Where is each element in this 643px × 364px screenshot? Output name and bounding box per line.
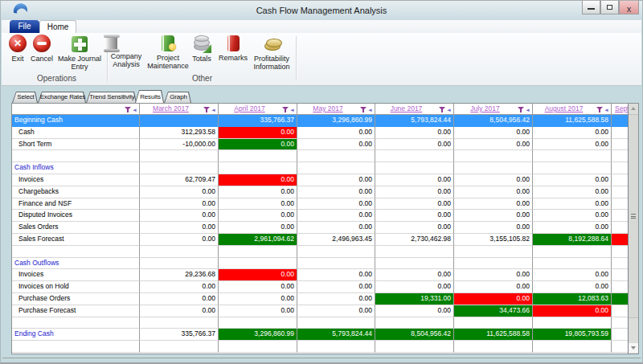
row-label-cash-inflows[interactable]: Cash Inflows xyxy=(12,162,140,174)
filter-icon[interactable] xyxy=(125,106,132,113)
cell-purchase-orders-april-2017[interactable]: 0.00 xyxy=(219,293,297,305)
cell-blank-4-september-2017[interactable] xyxy=(612,341,629,353)
row-label-short-term[interactable]: Short Term xyxy=(12,139,140,151)
column-header-link[interactable]: July 2017 xyxy=(456,104,514,112)
filter-arrow-icon[interactable]: ◄ xyxy=(604,107,609,113)
cell-disputed-invoices-may-2017[interactable]: 0.00 xyxy=(297,210,375,222)
cell-blank-4-april-2017[interactable] xyxy=(219,341,297,353)
cell-blank-2-july-2017[interactable] xyxy=(454,246,533,258)
filter-icon[interactable] xyxy=(518,106,525,113)
cell-invoices-on-hold-september-2017[interactable] xyxy=(612,281,629,293)
column-header-link[interactable]: March 2017 xyxy=(141,104,200,112)
cell-sales-orders-march-2017[interactable]: 0.00 xyxy=(140,222,219,234)
cell-outflow-invoices-march-2017[interactable]: 29,236.68 xyxy=(140,269,219,281)
column-header-september-2017[interactable]: September 2017◄ xyxy=(612,104,629,115)
cell-purchase-orders-august-2017[interactable]: 12,083.63 xyxy=(533,293,612,305)
cell-outflow-invoices-august-2017[interactable]: 0.00 xyxy=(533,269,612,281)
column-header-march-2017[interactable]: March 2017◄ xyxy=(140,104,219,115)
cell-beginning-cash-march-2017[interactable] xyxy=(140,115,219,127)
cell-blank-3-september-2017[interactable] xyxy=(612,317,629,329)
cell-sales-forecast-may-2017[interactable]: 2,496,963.45 xyxy=(297,234,375,246)
cell-cash-march-2017[interactable]: 312,293.58 xyxy=(140,127,219,139)
cell-sales-orders-april-2017[interactable]: 0.00 xyxy=(219,222,297,234)
column-header-link[interactable]: June 2017 xyxy=(377,104,436,112)
minimize-button[interactable] xyxy=(582,1,600,14)
filter-icon[interactable] xyxy=(596,106,604,113)
cell-sales-forecast-march-2017[interactable]: 0.00 xyxy=(140,234,219,246)
tab-trend-sensitivity[interactable]: Trend Sensitivity xyxy=(86,92,137,103)
cell-cash-inflows-august-2017[interactable] xyxy=(533,162,612,174)
cell-outflow-invoices-september-2017[interactable] xyxy=(612,269,629,281)
filter-arrow-icon[interactable]: ◄ xyxy=(525,107,530,113)
cell-short-term-may-2017[interactable]: 0.00 xyxy=(297,139,375,151)
column-header-june-2017[interactable]: June 2017◄ xyxy=(375,104,454,115)
cell-ending-cash-june-2017[interactable]: 8,504,956.42 xyxy=(375,329,454,341)
cell-disputed-invoices-march-2017[interactable]: 0.00 xyxy=(140,210,219,222)
cell-disputed-invoices-august-2017[interactable]: 0.00 xyxy=(533,210,612,222)
cell-blank-1-june-2017[interactable] xyxy=(375,150,454,162)
tab-graph[interactable]: Graph xyxy=(164,92,191,103)
column-header-link[interactable]: August 2017 xyxy=(534,104,593,112)
cell-inflow-invoices-may-2017[interactable]: 0.00 xyxy=(297,174,375,186)
row-label-beginning-cash[interactable]: Beginning Cash xyxy=(12,115,140,127)
cell-purchase-forecast-may-2017[interactable]: 0.00 xyxy=(297,305,375,317)
cell-cash-inflows-july-2017[interactable] xyxy=(454,162,533,174)
ribbon-tab-file[interactable]: File xyxy=(10,20,39,33)
cell-inflow-invoices-april-2017[interactable]: 0.00 xyxy=(219,174,297,186)
cell-beginning-cash-july-2017[interactable]: 8,504,956.42 xyxy=(454,115,533,127)
cell-cash-outflows-april-2017[interactable] xyxy=(219,258,297,270)
cell-cash-may-2017[interactable]: 0.00 xyxy=(297,127,375,139)
cell-ending-cash-august-2017[interactable]: 19,805,793.59 xyxy=(533,329,612,341)
cell-outflow-invoices-july-2017[interactable]: 0.00 xyxy=(454,269,533,281)
filter-icon[interactable] xyxy=(282,106,289,113)
cell-blank-4-july-2017[interactable] xyxy=(454,341,533,353)
cell-purchase-forecast-august-2017[interactable]: 0.00 xyxy=(533,305,612,317)
cell-blank-1-may-2017[interactable] xyxy=(297,150,375,162)
filter-arrow-icon[interactable]: ◄ xyxy=(132,107,137,113)
cell-blank-3-august-2017[interactable] xyxy=(533,317,612,329)
cell-outflow-invoices-june-2017[interactable]: 0.00 xyxy=(375,269,454,281)
cell-cash-august-2017[interactable]: 0.00 xyxy=(533,127,612,139)
cell-ending-cash-april-2017[interactable]: 3,296,860.99 xyxy=(219,329,297,341)
cell-invoices-on-hold-may-2017[interactable]: 0.00 xyxy=(297,281,375,293)
cell-invoices-on-hold-june-2017[interactable]: 0.00 xyxy=(375,281,454,293)
cell-finance-and-nsf-july-2017[interactable]: 0.00 xyxy=(454,198,533,211)
cell-inflow-invoices-august-2017[interactable]: 0.00 xyxy=(533,174,612,186)
cell-blank-3-april-2017[interactable] xyxy=(219,317,297,329)
company-analysis-button[interactable]: CompanyAnalysis xyxy=(103,35,149,83)
cell-inflow-invoices-july-2017[interactable]: 0.00 xyxy=(454,174,533,186)
row-label-sales-orders[interactable]: Sales Orders xyxy=(12,222,140,234)
row-label-cash-outflows[interactable]: Cash Outflows xyxy=(12,258,140,270)
cell-blank-1-september-2017[interactable] xyxy=(612,150,629,162)
cell-blank-2-may-2017[interactable] xyxy=(297,246,375,258)
row-label-disputed-invoices[interactable]: Disputed Invoices xyxy=(12,210,140,222)
cell-finance-and-nsf-june-2017[interactable]: 0.00 xyxy=(375,198,454,211)
cell-disputed-invoices-july-2017[interactable]: 0.00 xyxy=(454,210,533,222)
cell-blank-1-august-2017[interactable] xyxy=(533,150,612,162)
cell-chargebacks-june-2017[interactable]: 0.00 xyxy=(375,186,454,198)
cell-purchase-forecast-september-2017[interactable] xyxy=(612,305,629,317)
close-button[interactable]: x xyxy=(619,1,639,14)
filter-icon[interactable] xyxy=(439,106,446,113)
row-label-blank-1[interactable] xyxy=(12,150,140,162)
cell-purchase-orders-june-2017[interactable]: 19,331.00 xyxy=(375,293,454,305)
row-label-invoices-on-hold[interactable]: Invoices on Hold xyxy=(12,281,140,293)
cell-cash-outflows-march-2017[interactable] xyxy=(140,258,219,270)
cell-chargebacks-august-2017[interactable]: 0.00 xyxy=(533,186,612,198)
cell-purchase-orders-july-2017[interactable]: 0.00 xyxy=(454,293,533,305)
cell-blank-2-march-2017[interactable] xyxy=(140,246,219,258)
row-label-cash[interactable]: Cash xyxy=(12,127,140,139)
cell-chargebacks-april-2017[interactable]: 0.00 xyxy=(219,186,297,198)
cell-blank-4-march-2017[interactable] xyxy=(140,341,219,353)
cell-finance-and-nsf-may-2017[interactable]: 0.00 xyxy=(297,198,375,211)
cell-short-term-april-2017[interactable]: 0.00 xyxy=(219,139,297,151)
cell-ending-cash-september-2017[interactable] xyxy=(612,329,629,341)
cell-finance-and-nsf-august-2017[interactable]: 0.00 xyxy=(533,198,612,211)
profitability-information-button[interactable]: ProfitabilityInformation xyxy=(248,35,296,83)
column-header-link[interactable]: April 2017 xyxy=(220,104,279,112)
filter-arrow-icon[interactable]: ◄ xyxy=(367,107,373,113)
cell-cash-inflows-september-2017[interactable] xyxy=(612,162,629,174)
cell-purchase-orders-september-2017[interactable] xyxy=(612,293,629,305)
cell-sales-forecast-july-2017[interactable]: 3,155,105.82 xyxy=(454,234,533,246)
cell-purchase-orders-march-2017[interactable]: 0.00 xyxy=(140,293,219,305)
